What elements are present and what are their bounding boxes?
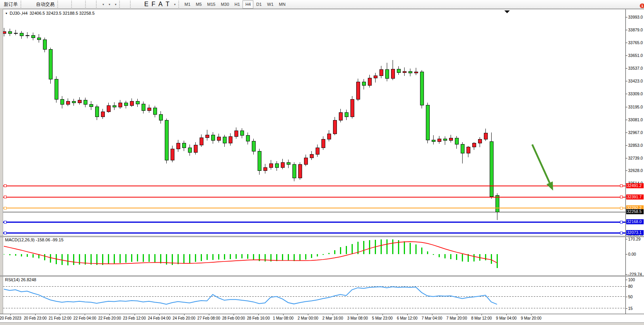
market-watch-button[interactable] <box>24 0 27 8</box>
line-handle[interactable] <box>4 207 6 209</box>
timeframe-button-m30[interactable]: M30 <box>218 0 232 9</box>
axis-tick <box>626 280 627 280</box>
axis-tick <box>626 132 627 133</box>
time-axis-tick <box>234 314 234 315</box>
timeframe-button-h4[interactable]: H4 <box>243 0 253 9</box>
axis-tick <box>626 120 627 120</box>
chart-shift-button[interactable] <box>92 0 95 8</box>
line-handle[interactable] <box>4 232 6 234</box>
annotation-arrow[interactable] <box>532 144 553 191</box>
candlestick-chart-button[interactable] <box>64 0 67 8</box>
timeframe-button-m1[interactable]: M1 <box>182 0 193 9</box>
line-handle[interactable] <box>4 221 6 223</box>
horizontal-line-button[interactable] <box>137 0 140 8</box>
crosshair-button[interactable] <box>126 0 129 8</box>
level-price-label: 32391.7 <box>626 194 644 199</box>
data-window-button[interactable] <box>30 0 33 8</box>
time-axis-label: 7 Mar 20:00 <box>446 316 467 320</box>
price-tick-label: 32628.0 <box>628 168 643 173</box>
line-handle[interactable] <box>620 196 622 198</box>
dropdown-caret-icon[interactable]: ▾ <box>174 3 176 6</box>
axis-tick <box>626 308 627 309</box>
level-price-label: 32073.1 <box>626 230 644 235</box>
trendline-button[interactable] <box>140 0 143 8</box>
time-axis-label: 9 Mar 04:00 <box>496 316 516 320</box>
macd-histogram <box>4 239 497 268</box>
time-axis-label: 28 Feb 00:00 <box>222 316 245 320</box>
time-axis-tick <box>383 314 383 315</box>
equidistant-channel-button[interactable]: E <box>143 0 150 8</box>
time-axis-tick <box>60 314 60 315</box>
axis-tick <box>626 107 627 107</box>
rsi-line <box>4 287 497 304</box>
navigator-button[interactable] <box>27 0 30 8</box>
new-order-button[interactable]: 新订单 <box>1 0 19 8</box>
pane-separator-rsi[interactable] <box>0 275 644 277</box>
fibonacci-button[interactable]: F <box>150 0 157 8</box>
time-axis-tick <box>85 314 85 315</box>
axis-tick <box>626 145 627 146</box>
dropdown-caret-icon[interactable]: ▾ <box>102 3 104 6</box>
templates-button[interactable]: ▾ <box>112 0 118 8</box>
chart-shift-marker-icon[interactable] <box>504 10 510 13</box>
timeframe-button-mn[interactable]: MN <box>276 0 288 9</box>
bar-chart-button[interactable] <box>61 0 64 8</box>
axis-tick <box>626 274 627 275</box>
vertical-line-button[interactable] <box>133 0 137 8</box>
pane-separator-macd[interactable] <box>0 236 644 237</box>
line-handle[interactable] <box>620 207 622 209</box>
candles-layer <box>3 28 499 220</box>
zoom-out-button[interactable] <box>78 0 81 8</box>
dropdown-caret-icon[interactable]: ▾ <box>115 3 116 6</box>
chart-symbol-period: DJ30-,H4 <box>10 11 27 15</box>
axis-tick <box>626 43 627 43</box>
rsi-pane[interactable] <box>3 277 625 314</box>
timeframe-button-h1[interactable]: H1 <box>232 0 243 9</box>
autotrading-button[interactable]: 自动交易 <box>33 0 56 8</box>
macd-indicator-label: MACD(12,26,9) -158.06 -99.15 <box>5 237 63 242</box>
line-chart-button[interactable] <box>67 0 70 8</box>
time-axis-tick <box>35 314 36 315</box>
timeframe-button-d1[interactable]: D1 <box>253 0 264 9</box>
zoom-in-button[interactable] <box>75 0 78 8</box>
time-axis-label: 22 Feb 20:00 <box>98 316 121 320</box>
indicators-button[interactable]: ▾ <box>99 0 106 8</box>
line-handle[interactable] <box>4 196 6 198</box>
line-handle[interactable] <box>620 232 622 234</box>
timeframe-button-m5[interactable]: M5 <box>193 0 204 9</box>
axis-tick <box>626 239 627 239</box>
toolbar-separator <box>96 1 98 8</box>
axis-tick <box>626 68 627 69</box>
price-tick-label: 32967.0 <box>628 130 643 135</box>
macd-pane[interactable] <box>3 237 625 276</box>
periods-button[interactable]: ▾ <box>106 0 112 8</box>
axis-tick <box>626 55 627 56</box>
time-axis-label: 20 Feb 23:00 <box>24 316 47 320</box>
chart-title: ▼ DJ30-,H4 32406.5 32423.5 32188.5 32258… <box>5 11 95 15</box>
chart-dropdown-icon[interactable]: ▼ <box>5 12 8 15</box>
auto-scroll-button[interactable] <box>89 0 92 8</box>
line-handle[interactable] <box>620 185 622 187</box>
time-axis-tick <box>10 314 11 315</box>
text-button[interactable]: A <box>157 0 164 8</box>
text-label-button[interactable]: T <box>164 0 171 8</box>
price-pane[interactable] <box>3 9 625 236</box>
time-axis-label: 21 Feb 12:00 <box>49 316 72 320</box>
line-handle[interactable] <box>620 221 622 223</box>
line-handle[interactable] <box>4 185 6 187</box>
cursor-button[interactable] <box>123 0 126 8</box>
time-axis-tick <box>506 314 507 315</box>
mt4-window: 新订单自动交易▾▾▾EFAT▾M1M5M15M30H1H4D1W1MN1 ▼ D… <box>0 0 644 325</box>
price-tick-label: 32853.0 <box>628 143 643 148</box>
timeframe-button-w1[interactable]: W1 <box>265 0 277 9</box>
rsi-indicator-label: RSI(14) 26.8248 <box>5 277 36 282</box>
window-bottom-edge <box>0 322 644 325</box>
arrows-button[interactable]: ▾ <box>171 0 177 8</box>
toolbar-separator <box>119 1 121 8</box>
timeframe-button-m15[interactable]: M15 <box>205 0 218 9</box>
dropdown-caret-icon[interactable]: ▾ <box>109 3 110 6</box>
toolbar-separator <box>130 1 132 8</box>
time-axis-tick <box>482 314 482 315</box>
tile-windows-button[interactable] <box>81 0 84 8</box>
axis-tick <box>626 158 627 158</box>
